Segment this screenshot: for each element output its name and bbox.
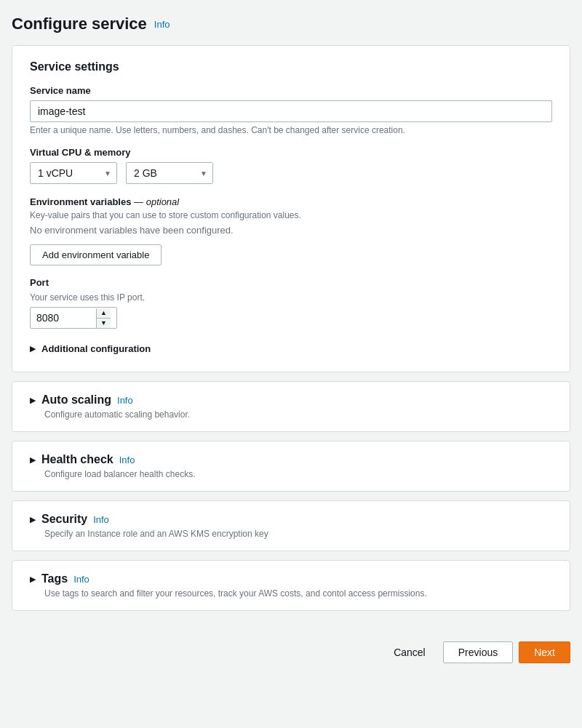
memory-select-wrapper: 0.5 GB 1 GB 2 GB 3 GB 4 GB ▼ <box>126 162 213 184</box>
additional-config-label: Additional configuration <box>41 343 151 354</box>
env-empty-message: No environment variables have been confi… <box>30 225 552 236</box>
port-label: Port <box>30 277 552 288</box>
health-check-toggle[interactable]: ▶ Health check Info <box>30 453 552 466</box>
cancel-button[interactable]: Cancel <box>382 642 437 663</box>
health-check-title: Health check <box>41 453 113 466</box>
service-name-label: Service name <box>30 85 552 96</box>
health-check-subtitle: Configure load balancer health checks. <box>44 469 552 479</box>
service-settings-card: Service settings Service name Enter a un… <box>12 45 570 372</box>
auto-scaling-title: Auto scaling <box>41 393 111 407</box>
memory-select[interactable]: 0.5 GB 1 GB 2 GB 3 GB 4 GB <box>126 162 213 184</box>
auto-scaling-subtitle: Configure automatic scaling behavior. <box>44 409 552 420</box>
footer-bar: Cancel Previous Next <box>0 631 582 673</box>
page-title: Configure service <box>12 15 147 33</box>
security-arrow-icon: ▶ <box>30 515 36 524</box>
env-optional-text: — optional <box>134 196 179 207</box>
tags-arrow-icon: ▶ <box>30 575 36 584</box>
port-decrement-button[interactable]: ▼ <box>97 318 111 328</box>
port-spinners: ▲ ▼ <box>96 308 111 328</box>
selects-row: 0.25 vCPU 0.5 vCPU 1 vCPU 2 vCPU 4 vCPU … <box>30 162 552 184</box>
vcpu-memory-group: Virtual CPU & memory 0.25 vCPU 0.5 vCPU … <box>30 147 552 184</box>
page-header: Configure service Info <box>12 15 570 33</box>
env-subtitle: Key-value pairs that you can use to stor… <box>30 210 552 220</box>
tags-info-link[interactable]: Info <box>73 574 89 585</box>
service-name-hint: Enter a unique name. Use letters, number… <box>30 125 552 135</box>
env-variables-group: Environment variables — optional Key-val… <box>30 196 552 265</box>
port-increment-button[interactable]: ▲ <box>97 308 111 318</box>
security-toggle[interactable]: ▶ Security Info <box>30 513 552 526</box>
port-hint: Your service uses this IP port. <box>30 292 552 303</box>
auto-scaling-card: ▶ Auto scaling Info Configure automatic … <box>12 381 570 432</box>
env-label-row: Environment variables — optional <box>30 196 552 207</box>
security-title: Security <box>41 513 87 526</box>
health-check-card: ▶ Health check Info Configure load balan… <box>12 441 570 492</box>
additional-config-arrow-icon: ▶ <box>30 344 36 353</box>
next-button[interactable]: Next <box>519 641 570 663</box>
service-name-input[interactable] <box>30 100 552 122</box>
port-group: Port Your service uses this IP port. ▲ ▼ <box>30 277 552 329</box>
previous-button[interactable]: Previous <box>443 641 513 663</box>
health-check-info-link[interactable]: Info <box>119 455 135 465</box>
auto-scaling-info-link[interactable]: Info <box>117 395 133 406</box>
security-card: ▶ Security Info Specify an Instance role… <box>12 500 570 551</box>
additional-configuration-toggle[interactable]: ▶ Additional configuration <box>30 340 552 357</box>
tags-toggle[interactable]: ▶ Tags Info <box>30 572 552 585</box>
service-name-group: Service name Enter a unique name. Use le… <box>30 85 552 135</box>
vcpu-memory-label: Virtual CPU & memory <box>30 147 552 158</box>
tags-card: ▶ Tags Info Use tags to search and filte… <box>12 560 570 611</box>
env-variables-label: Environment variables — optional <box>30 196 179 207</box>
port-input[interactable] <box>31 308 96 328</box>
tags-subtitle: Use tags to search and filter your resou… <box>44 588 552 599</box>
security-subtitle: Specify an Instance role and an AWS KMS … <box>44 529 552 539</box>
vcpu-select-wrapper: 0.25 vCPU 0.5 vCPU 1 vCPU 2 vCPU 4 vCPU … <box>30 162 117 184</box>
vcpu-select[interactable]: 0.25 vCPU 0.5 vCPU 1 vCPU 2 vCPU 4 vCPU <box>30 162 117 184</box>
page-info-link[interactable]: Info <box>154 19 170 30</box>
service-settings-title: Service settings <box>30 60 552 73</box>
auto-scaling-arrow-icon: ▶ <box>30 396 36 405</box>
auto-scaling-toggle[interactable]: ▶ Auto scaling Info <box>30 393 552 407</box>
health-check-arrow-icon: ▶ <box>30 455 36 465</box>
port-field-wrapper: ▲ ▼ <box>30 307 117 329</box>
security-info-link[interactable]: Info <box>93 514 109 525</box>
add-env-variable-button[interactable]: Add environment variable <box>30 244 162 265</box>
tags-title: Tags <box>41 572 68 585</box>
